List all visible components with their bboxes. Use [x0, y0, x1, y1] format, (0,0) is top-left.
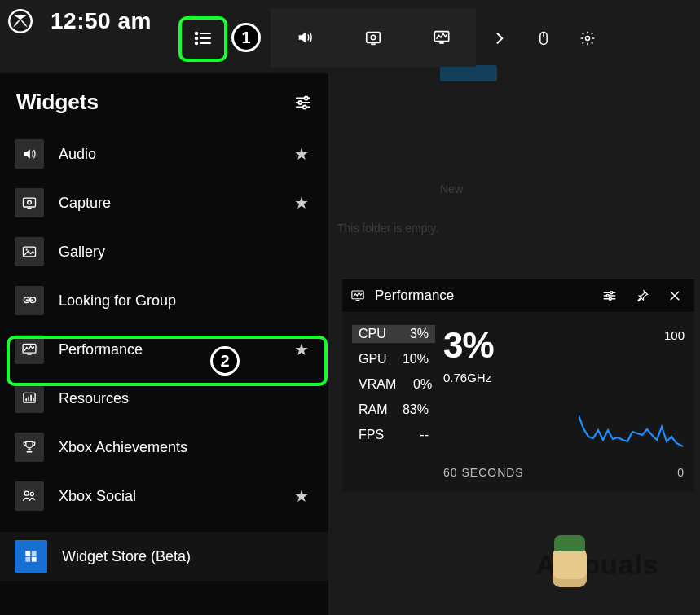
svg-rect-34: [30, 395, 32, 402]
performance-header[interactable]: Performance: [342, 279, 694, 312]
clock: 12:50 am: [51, 8, 152, 34]
widget-label: Looking for Group: [59, 292, 314, 310]
widget-item-social[interactable]: Xbox Social ★: [0, 472, 328, 521]
store-icon: [15, 540, 47, 573]
perf-stat-vram[interactable]: VRAM0%: [352, 376, 435, 393]
svg-point-1: [196, 33, 198, 35]
toolbar-center: [271, 8, 476, 67]
widgets-title: Widgets: [16, 90, 99, 115]
widget-label: Xbox Social: [59, 488, 314, 505]
xbox-logo-icon[interactable]: [8, 9, 33, 33]
widget-item-audio[interactable]: Audio ★: [0, 130, 328, 178]
svg-rect-23: [28, 208, 32, 209]
widget-item-capture[interactable]: Capture ★: [0, 178, 328, 227]
svg-rect-36: [28, 449, 30, 451]
widget-label: Capture: [59, 195, 314, 212]
widget-menu-button[interactable]: [184, 20, 222, 57]
widgets-panel: Widgets Audio ★ Capture ★ Gallery Lookin…: [0, 73, 328, 615]
widget-label: Widget Store (Beta): [62, 548, 314, 565]
svg-rect-45: [356, 300, 360, 301]
audio-icon: [15, 139, 44, 169]
svg-point-25: [26, 249, 28, 251]
social-icon: [15, 481, 44, 511]
appuals-face-icon: [553, 547, 587, 587]
perf-main-value: 3%: [443, 325, 494, 366]
star-icon[interactable]: ★: [294, 144, 309, 164]
widget-label: Resources: [59, 390, 314, 407]
svg-rect-11: [439, 42, 444, 44]
toolbar-right: [486, 24, 601, 52]
close-button[interactable]: [663, 284, 686, 307]
svg-point-14: [586, 37, 590, 41]
svg-point-38: [24, 491, 29, 495]
capture-button[interactable]: [339, 8, 407, 67]
svg-rect-40: [25, 551, 30, 556]
widget-label: Xbox Achievements: [59, 439, 314, 456]
performance-icon: [15, 335, 44, 364]
perf-axis-label: 60 SECONDS: [443, 466, 524, 479]
widget-item-performance[interactable]: Performance ★: [0, 325, 328, 374]
background-button: [440, 65, 497, 81]
svg-point-51: [609, 297, 611, 300]
more-button[interactable]: [486, 24, 513, 52]
star-icon[interactable]: ★: [294, 486, 309, 506]
perf-axis-zero: 0: [677, 466, 685, 479]
svg-point-49: [610, 292, 613, 294]
svg-point-19: [298, 100, 302, 103]
sliders-icon[interactable]: [294, 94, 312, 112]
widget-label: Gallery: [59, 244, 314, 261]
perf-stat-gpu[interactable]: GPU10%: [352, 350, 435, 368]
mouse-icon[interactable]: [530, 24, 557, 52]
widget-item-gallery[interactable]: Gallery: [0, 227, 328, 276]
widget-item-resources[interactable]: Resources: [0, 374, 328, 423]
svg-rect-7: [367, 33, 381, 43]
performance-icon: [350, 288, 365, 303]
perf-stat-cpu[interactable]: CPU3%: [352, 325, 435, 343]
performance-title: Performance: [375, 288, 588, 304]
background-text: This folder is empty.: [337, 222, 438, 235]
svg-rect-33: [28, 397, 29, 402]
svg-point-22: [28, 200, 32, 204]
widget-store-button[interactable]: Widget Store (Beta): [0, 532, 328, 581]
settings-button[interactable]: [574, 24, 601, 52]
perf-stat-fps[interactable]: FPS--: [352, 426, 435, 444]
perf-stats-list: CPU3% GPU10% VRAM0% RAM83% FPS--: [352, 325, 435, 479]
perf-stat-ram[interactable]: RAM83%: [352, 401, 435, 419]
svg-point-5: [196, 42, 198, 45]
pin-button[interactable]: [631, 284, 654, 307]
background-text: New: [440, 182, 463, 195]
star-icon[interactable]: ★: [294, 193, 309, 213]
lfg-icon: [15, 286, 44, 315]
svg-rect-41: [32, 551, 37, 556]
svg-point-20: [303, 105, 306, 108]
svg-rect-9: [371, 43, 376, 45]
svg-point-50: [606, 295, 609, 297]
svg-rect-21: [24, 198, 36, 207]
perf-sparkline: [443, 412, 685, 464]
game-bar-top: 12:50 am: [8, 8, 152, 34]
svg-point-3: [196, 37, 198, 40]
appuals-logo: Apuals: [536, 547, 659, 587]
svg-point-18: [305, 96, 308, 99]
svg-rect-37: [27, 451, 33, 453]
svg-point-8: [371, 35, 376, 40]
svg-rect-35: [33, 398, 34, 401]
perf-scale-max: 100: [664, 325, 685, 342]
svg-rect-32: [25, 398, 27, 401]
widget-item-lfg[interactable]: Looking for Group: [0, 276, 328, 325]
svg-point-0: [9, 10, 32, 33]
trophy-icon: [15, 433, 44, 462]
gallery-icon: [15, 237, 44, 266]
svg-rect-43: [32, 557, 37, 562]
widget-label: Performance: [59, 341, 314, 358]
widget-item-achievements[interactable]: Xbox Achievements: [0, 423, 328, 472]
perf-settings-button[interactable]: [598, 284, 621, 307]
performance-button[interactable]: [407, 8, 476, 67]
svg-point-39: [30, 492, 33, 495]
audio-button[interactable]: [271, 8, 339, 67]
svg-rect-30: [28, 354, 32, 354]
star-icon[interactable]: ★: [294, 340, 309, 359]
capture-icon: [15, 188, 44, 217]
perf-sub-value: 0.76GHz: [443, 371, 685, 384]
svg-rect-42: [25, 557, 30, 562]
